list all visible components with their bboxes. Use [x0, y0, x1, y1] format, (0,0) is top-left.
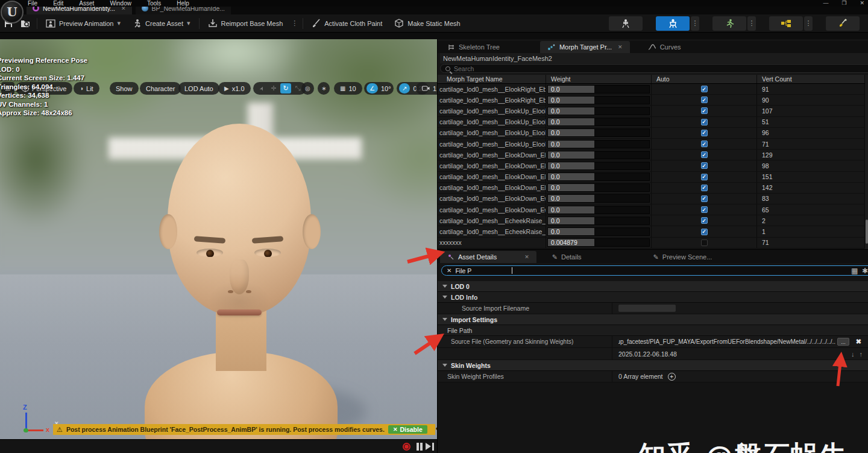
- close-tab-icon[interactable]: ✕: [618, 44, 623, 50]
- tab-details[interactable]: ✎ Details: [545, 251, 589, 263]
- morph-search-input[interactable]: [454, 65, 868, 72]
- scrollbar-thumb[interactable]: [866, 220, 868, 244]
- column-header-name[interactable]: Morph Target Name: [438, 75, 546, 83]
- create-asset-button[interactable]: Create Asset ▾: [127, 14, 197, 33]
- table-scrollbar[interactable]: [865, 75, 868, 249]
- menu-item[interactable]: Window: [110, 1, 131, 7]
- details-search-input[interactable]: [455, 267, 509, 274]
- auto-checkbox[interactable]: [701, 206, 708, 213]
- menu-item[interactable]: Asset: [79, 1, 94, 7]
- menu-item[interactable]: File: [28, 1, 37, 7]
- auto-checkbox[interactable]: [701, 141, 708, 147]
- morph-row[interactable]: cartilage_lod0_mesh__ElookUp_ElookLef 0.…: [438, 106, 865, 116]
- morph-row[interactable]: cartilage_lod0_mesh__ElookDown_Elook 0.0…: [438, 160, 865, 171]
- weight-slider[interactable]: 0.0: [547, 118, 650, 126]
- morph-row[interactable]: cartilage_lod0_mesh__ElookUp_ElookRig 0.…: [438, 139, 865, 150]
- maximize-button[interactable]: ❐: [841, 0, 846, 6]
- mesh-mode-button[interactable]: [656, 16, 690, 31]
- weight-slider[interactable]: 0.0: [547, 173, 650, 181]
- menu-item[interactable]: Help: [177, 1, 189, 7]
- weight-slider[interactable]: 0.0: [547, 107, 650, 115]
- category-skin-weights[interactable]: Skin Weights: [438, 360, 868, 371]
- weight-slider[interactable]: 0.004879: [547, 238, 650, 247]
- animation-mode-kebab-icon[interactable]: ⋮: [747, 16, 756, 31]
- auto-checkbox[interactable]: [701, 86, 708, 92]
- category-lod0[interactable]: LOD 0: [438, 281, 868, 292]
- record-button[interactable]: [403, 443, 410, 451]
- tab-skeleton-tree[interactable]: Skeleton Tree: [440, 41, 507, 53]
- morph-row[interactable]: cartilage_lod0_mesh__ElookRight_Eblink 0…: [438, 84, 865, 95]
- morph-row[interactable]: cartilage_lod0_mesh__ElookDown_Ewide 0.0…: [438, 194, 865, 204]
- blueprint-mode-kebab-icon[interactable]: ⋮: [804, 16, 813, 31]
- category-file-path[interactable]: File Path: [438, 325, 868, 336]
- weight-slider[interactable]: 0.0: [547, 206, 650, 214]
- weight-slider[interactable]: 0.0: [547, 217, 650, 225]
- morph-row[interactable]: cartilage_lod0_mesh__ElookDown_Elook 0.0…: [438, 172, 865, 183]
- source-file-path-value[interactable]: ../../../../../../fup_work/fup_facetest/…: [618, 338, 835, 345]
- auto-checkbox[interactable]: [701, 130, 708, 136]
- weight-slider[interactable]: 0.0: [547, 183, 650, 192]
- tab-curves[interactable]: Curves: [641, 41, 688, 53]
- auto-checkbox[interactable]: [701, 107, 708, 114]
- close-tab-icon[interactable]: ✕: [524, 254, 529, 260]
- tab-preview-scene[interactable]: ✎ Preview Scene...: [646, 251, 720, 263]
- blueprint-mode-button[interactable]: [769, 16, 803, 31]
- weight-slider[interactable]: 0.0: [547, 128, 650, 137]
- close-button[interactable]: ✕: [860, 0, 864, 6]
- morph-row[interactable]: cartilage_lod0_mesh__ElookDown_Ewide 0.0…: [438, 204, 865, 215]
- edit-button[interactable]: ✎ Edit: [431, 425, 437, 434]
- category-import-settings[interactable]: Import Settings: [438, 314, 868, 325]
- tab-asset-details[interactable]: Asset Details ✕: [440, 251, 536, 263]
- weight-slider[interactable]: 0.0: [547, 151, 650, 159]
- skeleton-mode-button[interactable]: [609, 16, 643, 31]
- morph-row[interactable]: cartilage_lod0_mesh__EcheekRaise_NSv 0.0…: [438, 215, 865, 226]
- add-array-element-icon[interactable]: +: [668, 373, 676, 381]
- column-header-auto[interactable]: Auto: [652, 75, 757, 83]
- lod-auto-button[interactable]: LOD Auto: [178, 82, 219, 95]
- weight-slider[interactable]: 0.0: [547, 140, 650, 148]
- auto-checkbox[interactable]: [701, 217, 708, 224]
- weight-slider[interactable]: 0.0: [547, 194, 650, 203]
- auto-checkbox[interactable]: [701, 239, 708, 246]
- browse-file-button[interactable]: ...: [837, 338, 849, 346]
- show-menu-button[interactable]: Show: [110, 82, 139, 95]
- make-static-mesh-button[interactable]: Make Static Mesh: [388, 14, 466, 33]
- settings-gear-icon[interactable]: ✱: [862, 267, 868, 275]
- auto-checkbox[interactable]: [701, 185, 708, 191]
- preview-head-model[interactable]: [151, 124, 332, 443]
- disable-button[interactable]: ✕ Disable: [388, 425, 427, 434]
- play-speed-button[interactable]: ▶ x1.0: [218, 82, 251, 95]
- morph-row[interactable]: cartilage_lod0_mesh__ElookRight_Eblink 0…: [438, 95, 865, 106]
- morph-row[interactable]: xxxxxxx 0.004879 71: [438, 238, 865, 249]
- auto-checkbox[interactable]: [701, 97, 708, 103]
- move-up-icon[interactable]: ↑: [860, 350, 863, 358]
- coordinate-system-button[interactable]: ◎: [301, 82, 314, 95]
- weight-slider[interactable]: 0.0: [547, 227, 650, 236]
- menu-item[interactable]: Edit: [53, 1, 63, 7]
- auto-checkbox[interactable]: [701, 162, 708, 169]
- move-tool-icon[interactable]: ✛: [268, 83, 279, 93]
- rotation-snap-button[interactable]: ∠ 10°: [364, 82, 394, 95]
- auto-checkbox[interactable]: [701, 229, 708, 235]
- column-header-vertcount[interactable]: Vert Count: [757, 75, 865, 83]
- morph-row[interactable]: cartilage_lod0_mesh__ElookUp_ElookLef 0.…: [438, 117, 865, 128]
- move-down-icon[interactable]: ↓: [851, 350, 855, 358]
- step-forward-button[interactable]: [426, 443, 434, 451]
- auto-checkbox[interactable]: [701, 195, 708, 202]
- auto-checkbox[interactable]: [701, 174, 708, 180]
- auto-checkbox[interactable]: [701, 151, 708, 158]
- tab-morph-target-previewer[interactable]: Morph Target Pr... ✕: [540, 41, 630, 53]
- grid-snap-button[interactable]: ▦ 10: [334, 82, 362, 95]
- activate-cloth-paint-button[interactable]: Activate Cloth Paint: [306, 14, 388, 33]
- morph-row[interactable]: cartilage_lod0_mesh__ElookUp_ElookRig 0.…: [438, 128, 865, 139]
- rotate-tool-icon[interactable]: ↻: [280, 83, 291, 93]
- weight-slider[interactable]: 0.0: [547, 85, 650, 93]
- morph-row[interactable]: cartilage_lod0_mesh__ElookDown_Elook 0.0…: [438, 150, 865, 160]
- weight-slider[interactable]: 0.0: [547, 162, 650, 170]
- minimize-button[interactable]: —: [823, 0, 828, 6]
- character-menu-button[interactable]: Character: [140, 82, 181, 95]
- reimport-base-mesh-button[interactable]: Reimport Base Mesh: [202, 14, 289, 33]
- select-tool-icon[interactable]: ➤: [254, 81, 268, 95]
- preview-animation-button[interactable]: Preview Animation ▾: [40, 14, 127, 33]
- display-filter-icon[interactable]: ▦: [851, 267, 858, 275]
